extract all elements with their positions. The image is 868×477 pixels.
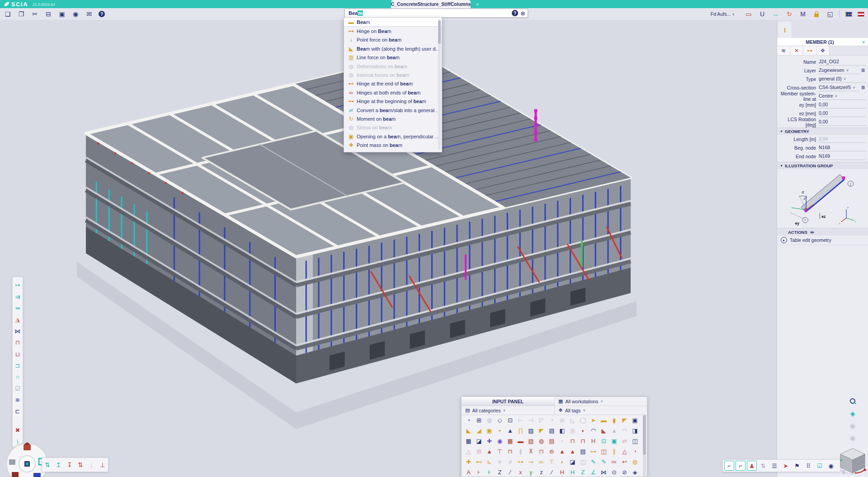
input-panel-icon[interactable]: ▣ xyxy=(484,425,495,436)
property-value-dropdown[interactable]: Centre∨ xyxy=(819,93,866,100)
property-value-dropdown[interactable]: Zugewiesen∨ xyxy=(819,67,860,74)
layers-icon[interactable]: ≋ xyxy=(13,394,22,406)
dim-disabled-icon[interactable]: ↨ xyxy=(87,461,95,469)
input-panel-icon[interactable]: ▤ xyxy=(547,425,557,436)
input-panel-icon[interactable]: ⊘ xyxy=(557,415,567,425)
input-panel-icon[interactable]: ✚ xyxy=(463,457,474,467)
hinge-tab-icon[interactable]: ⊶ xyxy=(803,46,816,55)
input-panel-icon[interactable]: ⋈ xyxy=(599,467,609,477)
input-panel-icon[interactable]: ◫ xyxy=(599,446,609,457)
input-panel-icon[interactable]: ▦ xyxy=(463,436,474,446)
input-panel-icon[interactable]: ⊷ xyxy=(474,457,484,467)
input-panel-icon[interactable]: ✎ xyxy=(599,457,609,467)
input-panel-icon[interactable]: ▮ xyxy=(609,415,619,425)
input-panel-icon[interactable]: ∕ xyxy=(547,467,557,477)
flag-filter-icon[interactable]: ⚑ xyxy=(792,461,802,471)
flag-eu-icon[interactable]: ∗∗∗ xyxy=(845,12,852,17)
input-panel-icon[interactable]: ▣ xyxy=(630,415,640,425)
support-tab-icon[interactable]: ❖ xyxy=(816,46,830,55)
project-filter-dropdown[interactable]: Fd Aufs... ∨ xyxy=(711,11,735,17)
input-panel-icon[interactable]: ◺ xyxy=(567,415,578,425)
input-panel-icon[interactable]: ▪ xyxy=(495,425,505,436)
input-panel-icon[interactable]: ◫ xyxy=(578,457,588,467)
input-panel-icon[interactable]: ∦ xyxy=(515,446,526,457)
intersect-icon[interactable]: ⋈ xyxy=(13,326,22,337)
dimension-icon[interactable]: ↔ xyxy=(772,10,780,18)
input-panel-icon[interactable]: ⊤ xyxy=(547,457,557,467)
hide-layer-icon[interactable]: ◉ xyxy=(849,421,857,430)
move-node-icon[interactable]: ↦ xyxy=(13,279,22,291)
dim-beam-icon[interactable]: ↧ xyxy=(66,461,74,469)
input-panel-icon[interactable]: ∕ xyxy=(505,467,515,477)
input-panel-icon[interactable]: ◣ xyxy=(463,425,474,436)
input-panel-icon[interactable]: ⊓ xyxy=(578,436,588,446)
input-panel-icon[interactable]: ◤ xyxy=(536,425,547,436)
search-result-item[interactable]: ↻Moment on beam xyxy=(344,114,442,123)
chevron-expand-icon[interactable]: » xyxy=(861,40,867,43)
search-help-icon[interactable]: ? xyxy=(512,10,518,16)
input-panel-icon[interactable]: ⊢ xyxy=(515,415,526,425)
section-header[interactable]: ▼GEOMETRY xyxy=(777,128,868,135)
input-panel-icon[interactable]: ▤ xyxy=(578,446,588,457)
input-panel-icon[interactable]: ≡ xyxy=(495,457,505,467)
input-panel-title[interactable]: INPUT PANEL xyxy=(462,397,555,406)
input-panel-icon[interactable]: ◢ xyxy=(474,425,484,436)
multicopy-icon[interactable]: ⇛ xyxy=(13,302,22,314)
database-icon[interactable]: ☰ xyxy=(769,461,779,471)
input-panel-icon[interactable]: ◈ xyxy=(630,467,640,477)
property-value-field[interactable]: N168 xyxy=(819,144,866,151)
input-panel-icon[interactable]: ▨ xyxy=(526,425,536,436)
input-panel-icon[interactable]: ⊓ xyxy=(567,436,578,446)
search-result-item[interactable]: ◣Beam with (along the length) user d… xyxy=(344,44,442,53)
input-panel-icon[interactable]: ▲ xyxy=(567,446,578,457)
input-panel-icon[interactable]: ▲ xyxy=(484,446,495,457)
input-panel-icon[interactable]: ✚ xyxy=(484,436,495,446)
input-panel-icon[interactable]: ⊜ xyxy=(547,446,557,457)
arch-icon[interactable]: ∩ xyxy=(13,371,22,383)
input-panel-icon[interactable]: ▨ xyxy=(526,436,536,446)
search-result-item[interactable]: ↓Point force on beam xyxy=(344,36,442,44)
person-view-icon[interactable]: ♟ xyxy=(747,461,757,471)
input-panel-icon[interactable]: ⊶ xyxy=(515,457,526,467)
tools-icon[interactable]: ✂ xyxy=(31,10,39,18)
input-panel-icon[interactable]: ⊙ xyxy=(609,467,619,477)
flag-at-icon[interactable] xyxy=(858,12,864,17)
view-frame-icon[interactable]: ▭ xyxy=(745,10,753,18)
input-panel-icon[interactable]: ◇ xyxy=(495,415,505,425)
input-panel-icon[interactable]: H xyxy=(588,436,599,446)
calculate-icon[interactable]: ▣ xyxy=(58,10,66,18)
print-icon[interactable]: ⊟ xyxy=(44,10,52,18)
input-panel-icon[interactable]: ◔ xyxy=(463,415,474,425)
project-tab[interactable]: C_ConcreteStructure_StiffColumns xyxy=(391,0,471,8)
input-panel-icon[interactable]: ⊶ xyxy=(588,446,599,457)
input-panel-icon[interactable]: ◤ xyxy=(619,415,630,425)
input-panel-icon[interactable]: y xyxy=(526,467,536,477)
input-panel-icon[interactable]: ◯ xyxy=(578,415,588,425)
sort-icon[interactable]: ⇅ xyxy=(758,461,768,471)
search-result-item[interactable]: ∞Hinges at both ends of beam xyxy=(344,88,442,97)
pointer-icon[interactable]: ➤ xyxy=(781,461,791,471)
render-solid-icon[interactable]: ⌐ xyxy=(736,461,745,471)
dim-beam-lcs-icon[interactable]: ⇅ xyxy=(76,461,85,469)
view-cube-icon[interactable]: ◈ xyxy=(849,409,857,417)
cross-section-tab-icon[interactable]: ≋ xyxy=(777,46,790,55)
help-search-icon[interactable]: ? xyxy=(99,11,105,17)
spotlight-search-input[interactable]: Beam ? ⊗ xyxy=(344,9,528,18)
section-header[interactable]: ▼ILLUSTRATION GROUP xyxy=(777,162,868,169)
input-panel-icon[interactable]: ∞ xyxy=(536,457,547,467)
actions-expand-icon[interactable]: »» xyxy=(810,230,813,235)
input-panel-icon[interactable]: ◗ xyxy=(557,457,567,467)
node-tab-icon[interactable]: ✕ xyxy=(790,46,803,55)
dot-grid-icon[interactable]: ⠿ xyxy=(803,461,813,471)
bracket-icon[interactable]: ⊏ xyxy=(13,406,22,417)
connect-members-icon[interactable]: ⊐ xyxy=(13,360,22,371)
input-panel-icon[interactable]: ⊤ xyxy=(495,446,505,457)
input-panel-icon[interactable]: ∏ xyxy=(515,425,526,436)
select-check-icon[interactable]: ☑ xyxy=(13,383,22,394)
input-panel-scrollbar[interactable] xyxy=(643,415,646,477)
input-panel-icon[interactable]: ◠ xyxy=(588,425,599,436)
input-panel-icon[interactable]: ⊓ xyxy=(505,446,515,457)
input-panel-icon[interactable]: ◪ xyxy=(474,436,484,446)
ucs-icon[interactable]: U xyxy=(758,10,766,18)
property-value-dropdown[interactable]: CS4-Stuetze#5∨ xyxy=(819,84,860,91)
